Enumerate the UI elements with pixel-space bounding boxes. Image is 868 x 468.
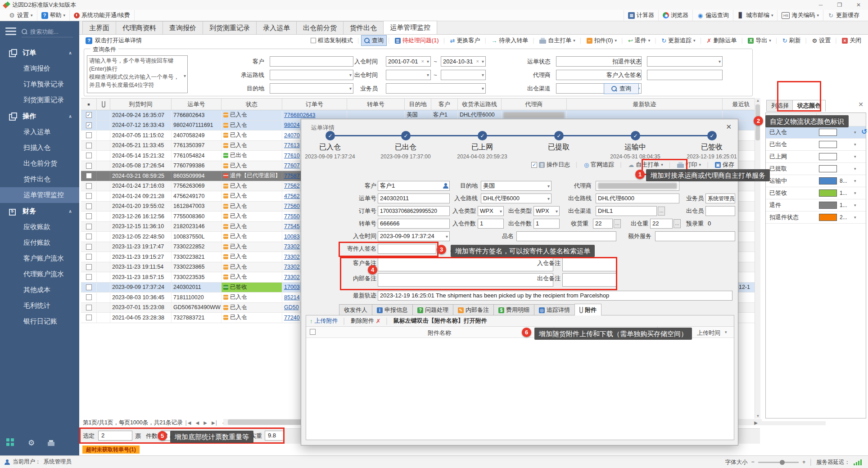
column-header-运单号[interactable]: 运单号 bbox=[172, 99, 222, 110]
order-no-link[interactable]: 77587 bbox=[284, 173, 300, 179]
inbound-remark-input[interactable] bbox=[562, 258, 616, 271]
menu-item-计算器[interactable]: ▦计算器 bbox=[624, 10, 658, 21]
color-swatch[interactable] bbox=[819, 214, 837, 221]
vertical-scrollbar[interactable]: ▲▼ bbox=[755, 98, 760, 418]
row-checkbox-cell[interactable] bbox=[81, 171, 97, 181]
sidebar-item-其他成本[interactable]: 其他成本 bbox=[0, 282, 79, 298]
outbound-clerk-input[interactable] bbox=[705, 206, 735, 216]
column-header-订单号[interactable]: 订单号 bbox=[282, 99, 347, 110]
row-checkbox[interactable] bbox=[86, 294, 92, 300]
status-color-row-已签收[interactable]: 已签收1...▾ bbox=[766, 187, 866, 199]
last-page-icon[interactable]: ▶│ bbox=[212, 420, 218, 425]
row-checkbox[interactable]: ✓ bbox=[86, 122, 92, 128]
outbound-weight-picker-button[interactable]: … bbox=[674, 219, 681, 228]
row-checkbox[interactable] bbox=[86, 143, 92, 148]
sidebar-item-扫描入仓[interactable]: 扫描入仓 bbox=[0, 140, 79, 156]
order-no-link[interactable]: 73302 bbox=[284, 254, 300, 260]
column-header-客户[interactable]: 客户 bbox=[431, 99, 458, 110]
clear-icon[interactable]: × bbox=[421, 57, 424, 66]
modal-tab-收发件人[interactable]: 收发件人 bbox=[339, 304, 372, 315]
column-header-代理商[interactable]: 代理商 bbox=[502, 99, 567, 110]
row-checkbox[interactable] bbox=[86, 244, 92, 250]
menu-item-设置[interactable]: ⚙设置▾ bbox=[5, 10, 37, 21]
row-checkbox[interactable] bbox=[86, 274, 92, 280]
tab-货件出仓[interactable]: 货件出仓 bbox=[343, 21, 384, 34]
order-no-link[interactable]: 73302 bbox=[284, 243, 300, 250]
sidebar-item-查询报价[interactable]: 查询报价 bbox=[0, 61, 79, 76]
toolbar-button-退件[interactable]: ↩退件▾ bbox=[625, 35, 653, 46]
row-checkbox[interactable] bbox=[86, 183, 92, 189]
row-checkbox-cell[interactable] bbox=[81, 141, 97, 151]
order-no-link[interactable]: 85214 bbox=[284, 294, 300, 301]
row-checkbox[interactable] bbox=[86, 213, 92, 219]
attachment-time-column[interactable]: 上传时间 bbox=[697, 329, 720, 337]
order-no-input[interactable]: 1700337068629995520 bbox=[378, 206, 450, 216]
internal-remark-input[interactable] bbox=[378, 273, 553, 287]
color-swatch[interactable] bbox=[819, 177, 837, 184]
order-no-link[interactable]: 77562 bbox=[284, 183, 300, 189]
transfer-no-input[interactable]: 666666 bbox=[378, 219, 450, 229]
outbound-weight-input[interactable]: 22 bbox=[650, 219, 673, 229]
column-header-收货承运路线[interactable]: 收货承运路线 bbox=[458, 99, 502, 110]
modal-toolbar-自主打单[interactable]: ☁自主打单▾ bbox=[628, 161, 663, 169]
chevron-down-icon[interactable]: ▾ bbox=[854, 130, 856, 135]
inbound-to-input[interactable]: 2024-10-31× bbox=[441, 56, 486, 67]
row-checkbox[interactable] bbox=[86, 315, 92, 320]
product-name-input[interactable] bbox=[516, 231, 616, 241]
next-page-icon[interactable]: ▶ bbox=[203, 420, 207, 425]
color-swatch[interactable] bbox=[819, 153, 837, 160]
order-no-link[interactable]: 7766802643 bbox=[284, 112, 316, 118]
sidebar-item-订单预录记录[interactable]: 订单预录记录 bbox=[0, 76, 79, 92]
tab-主界面[interactable]: 主界面 bbox=[82, 21, 116, 34]
toolbar-button-待处理问题(1)[interactable]: ≣待处理问题(1) bbox=[392, 35, 442, 46]
dialog-close-icon[interactable]: ✕ bbox=[726, 123, 732, 131]
inbound-from-input[interactable]: 2001-07-01× bbox=[386, 56, 431, 67]
sidebar-group-订单[interactable]: 订单∧ bbox=[0, 45, 79, 61]
order-no-link[interactable]: 47562 bbox=[284, 193, 300, 199]
chevron-down-icon[interactable]: ▾ bbox=[854, 166, 856, 171]
sidebar-item-银行日记账[interactable]: 银行日记账 bbox=[0, 314, 79, 329]
row-checkbox-cell[interactable]: ✓ bbox=[81, 121, 97, 130]
customer-remark-input[interactable] bbox=[378, 258, 553, 271]
undo-icon[interactable]: ↺ bbox=[861, 127, 867, 136]
sort-arrow-icon[interactable]: ▾ bbox=[725, 330, 727, 334]
order-no-link[interactable]: 17003 bbox=[284, 284, 300, 290]
menu-item-海关编码[interactable]: HS海关编码▾ bbox=[777, 10, 823, 21]
outbound-route-input[interactable]: DHL代理6000 bbox=[596, 194, 679, 203]
waybill-no-input[interactable]: 240302011 bbox=[378, 194, 450, 203]
status-color-row-退件[interactable]: 退件1...▾ bbox=[766, 199, 866, 212]
modal-tab-内部备注[interactable]: ✎内部备注 bbox=[453, 304, 494, 315]
modal-tab-费用明细[interactable]: $费用明细 bbox=[493, 304, 534, 315]
row-checkbox-cell[interactable] bbox=[81, 252, 97, 262]
sidebar-item-货件出仓[interactable]: 货件出仓 bbox=[0, 171, 79, 187]
menu-item-系统功能开通/续费[interactable]: 系统功能开通/续费 bbox=[70, 10, 135, 21]
row-checkbox-cell[interactable] bbox=[81, 181, 97, 191]
row-checkbox-cell[interactable] bbox=[81, 272, 97, 282]
menu-item-更新缓存[interactable]: ↻更新缓存 bbox=[823, 10, 863, 21]
row-checkbox-cell[interactable]: ✓ bbox=[81, 110, 97, 120]
sidebar-group-操作[interactable]: 操作∧ bbox=[0, 108, 79, 124]
waybill-number-textarea[interactable]: 请输入单号，多个单号请按回车键(Enter)换行 模糊查询模式仅允许输入一个单号… bbox=[87, 55, 188, 93]
receive-weight-picker-button[interactable]: … bbox=[614, 219, 621, 228]
chevron-down-icon[interactable]: ▾ bbox=[854, 142, 856, 147]
inbound-time-input[interactable]: 2023-09-09 17:37:24 bbox=[378, 231, 450, 241]
sender-signature-input[interactable] bbox=[378, 244, 436, 254]
salesman-input[interactable]: 系统管理员 bbox=[705, 194, 735, 203]
toolbar-button-导出[interactable]: X导出▾ bbox=[745, 35, 774, 46]
outbound-type-select[interactable]: WPX bbox=[533, 206, 560, 216]
clear-icon[interactable]: × bbox=[476, 57, 479, 66]
salesman-query-select[interactable] bbox=[386, 83, 486, 94]
sidebar-group-财务[interactable]: 财务∧ bbox=[0, 203, 79, 219]
order-no-link[interactable]: 77607 bbox=[284, 162, 300, 169]
row-checkbox-cell[interactable] bbox=[81, 232, 97, 242]
toolbar-button-删除运单[interactable]: ✗删除运单 bbox=[704, 35, 740, 46]
order-no-link[interactable]: 77550 bbox=[284, 213, 300, 220]
maximize-button[interactable]: ❐ bbox=[830, 0, 849, 10]
query-search-button[interactable]: 查询 bbox=[604, 83, 639, 94]
color-swatch[interactable] bbox=[819, 165, 837, 172]
outbound-to-input[interactable] bbox=[441, 70, 486, 80]
upload-attachment-button[interactable]: ↑上传附件 bbox=[310, 317, 338, 325]
order-no-link[interactable]: 77545 bbox=[284, 223, 300, 230]
font-larger-button[interactable]: + bbox=[802, 459, 805, 465]
sidebar-item-出仓前分货[interactable]: 出仓前分货 bbox=[0, 156, 79, 171]
